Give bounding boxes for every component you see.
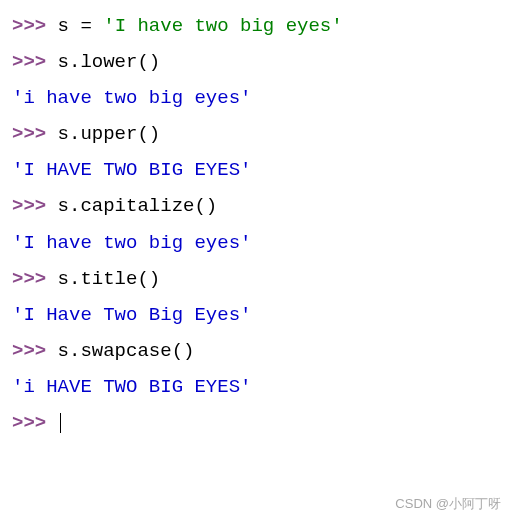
prompt-icon: >>> <box>12 51 58 73</box>
output-text: 'I have two big eyes' <box>12 232 251 254</box>
repl-output-2: 'I HAVE TWO BIG EYES' <box>12 152 499 188</box>
code-call: s.lower() <box>58 51 161 73</box>
repl-input-current[interactable]: >>> <box>12 405 499 441</box>
repl-output-3: 'I have two big eyes' <box>12 225 499 261</box>
code-call: s.swapcase() <box>58 340 195 362</box>
cursor-icon <box>60 413 61 433</box>
code-call: s.title() <box>58 268 161 290</box>
prompt-icon: >>> <box>12 340 58 362</box>
prompt-icon: >>> <box>12 123 58 145</box>
repl-output-4: 'I Have Two Big Eyes' <box>12 297 499 333</box>
code-var: s <box>58 15 69 37</box>
output-text: 'I HAVE TWO BIG EYES' <box>12 159 251 181</box>
repl-line-1: >>> s = 'I have two big eyes' <box>12 8 499 44</box>
code-call: s.upper() <box>58 123 161 145</box>
repl-line-4: >>> s.capitalize() <box>12 188 499 224</box>
prompt-icon: >>> <box>12 195 58 217</box>
repl-line-2: >>> s.lower() <box>12 44 499 80</box>
prompt-icon: >>> <box>12 412 58 434</box>
watermark-text: CSDN @小阿丁呀 <box>395 492 501 517</box>
output-text: 'I Have Two Big Eyes' <box>12 304 251 326</box>
repl-output-5: 'i HAVE TWO BIG EYES' <box>12 369 499 405</box>
code-op: = <box>69 15 103 37</box>
prompt-icon: >>> <box>12 15 58 37</box>
repl-line-6: >>> s.swapcase() <box>12 333 499 369</box>
repl-line-5: >>> s.title() <box>12 261 499 297</box>
prompt-icon: >>> <box>12 268 58 290</box>
repl-output-1: 'i have two big eyes' <box>12 80 499 116</box>
repl-line-3: >>> s.upper() <box>12 116 499 152</box>
output-text: 'i have two big eyes' <box>12 87 251 109</box>
output-text: 'i HAVE TWO BIG EYES' <box>12 376 251 398</box>
code-call: s.capitalize() <box>58 195 218 217</box>
code-string: 'I have two big eyes' <box>103 15 342 37</box>
